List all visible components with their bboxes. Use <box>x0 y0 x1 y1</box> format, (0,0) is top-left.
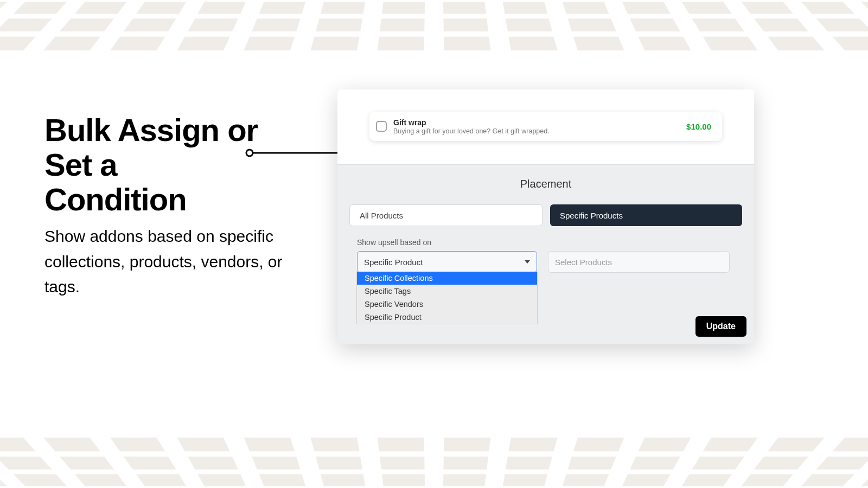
option-label: Specific Collections <box>365 274 433 282</box>
dropdown-option-tags[interactable]: Specific Tags <box>357 285 537 298</box>
dropdown-option-vendors[interactable]: Specific Vendors <box>357 298 537 311</box>
addon-checkbox[interactable] <box>376 121 387 132</box>
input-placeholder: Select Products <box>555 258 612 267</box>
option-label: Specific Vendors <box>365 300 423 309</box>
upsell-basis-select[interactable]: Specific Product <box>357 251 537 273</box>
option-label: Specific Product <box>365 313 422 322</box>
upsell-basis-select-group: Specific Product Specific Collections Sp… <box>357 251 537 273</box>
addon-description: Buying a gift for your loved one? Get it… <box>393 127 686 135</box>
upsell-basis-label: Show upsell based on <box>357 238 754 247</box>
placement-tabs: All Products Specific Products <box>349 204 742 226</box>
option-label: Specific Tags <box>365 287 411 296</box>
dropdown-option-product[interactable]: Specific Product <box>357 311 537 324</box>
select-value: Specific Product <box>364 258 423 267</box>
headline: Bulk Assign or Set a Condition <box>44 113 305 216</box>
chevron-down-icon <box>525 260 530 264</box>
dropdown-option-collections[interactable]: Specific Collections <box>357 272 537 285</box>
tab-all-products[interactable]: All Products <box>349 204 542 226</box>
update-button[interactable]: Update <box>695 316 746 337</box>
tab-label: Specific Products <box>560 211 623 220</box>
headline-line-1: Bulk Assign or Set a <box>44 112 258 182</box>
placement-form-row: Specific Product Specific Collections Sp… <box>357 251 742 273</box>
select-products-input[interactable]: Select Products <box>548 251 730 273</box>
addon-preview-card: Gift wrap Buying a gift for your loved o… <box>369 112 722 141</box>
tab-label: All Products <box>360 211 403 220</box>
button-label: Update <box>706 322 736 331</box>
placement-section-title: Placement <box>337 178 754 190</box>
marketing-copy: Bulk Assign or Set a Condition Show addo… <box>44 113 305 300</box>
upsell-basis-dropdown: Specific Collections Specific Tags Speci… <box>356 272 538 324</box>
addon-title: Gift wrap <box>393 118 686 127</box>
settings-panel: Gift wrap Buying a gift for your loved o… <box>337 89 754 344</box>
tab-specific-products[interactable]: Specific Products <box>550 204 742 226</box>
addon-price: $10.00 <box>686 122 711 131</box>
headline-line-2: Condition <box>44 182 187 217</box>
addon-text-block: Gift wrap Buying a gift for your loved o… <box>393 118 686 135</box>
placement-section: Placement All Products Specific Products… <box>337 164 754 344</box>
subheadline: Show addons based on specific collection… <box>44 224 305 300</box>
